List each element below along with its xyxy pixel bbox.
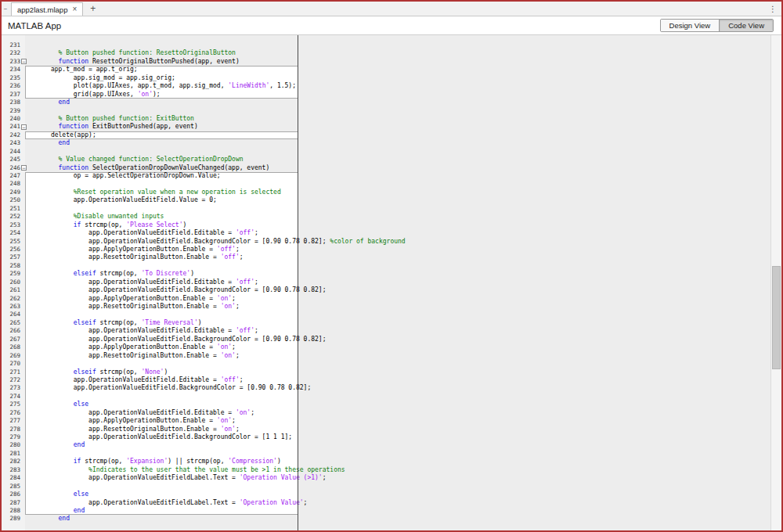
vertical-scrollbar[interactable] — [770, 35, 781, 530]
line-number[interactable]: 251 — [2, 205, 20, 213]
line-number[interactable]: 266 — [2, 327, 20, 335]
code-line[interactable]: 264 — [2, 311, 770, 318]
code-line[interactable]: 268 app.ApplyOperationButton.Enable = 'o… — [2, 343, 770, 351]
code-line[interactable]: 287 app.OperationValueEditFieldLabel.Tex… — [2, 499, 770, 507]
code-line[interactable]: 273 app.OperationValueEditField.Backgrou… — [2, 384, 770, 392]
line-number[interactable]: 249 — [2, 189, 20, 196]
line-number[interactable]: 283 — [2, 466, 20, 474]
line-number[interactable]: 264 — [2, 311, 20, 318]
line-number[interactable]: 269 — [2, 352, 20, 360]
code-line[interactable]: 262 app.ApplyOperationButton.Enable = 'o… — [2, 295, 770, 303]
code-line[interactable]: 271 elseif strcmp(op, 'None') — [2, 368, 770, 376]
line-number[interactable]: 233 — [2, 58, 20, 66]
design-view-button[interactable]: Design View — [661, 20, 720, 31]
line-number[interactable]: 268 — [2, 343, 20, 351]
line-number[interactable]: 247 — [2, 172, 20, 180]
line-number[interactable]: 258 — [2, 262, 20, 270]
line-number[interactable]: 289 — [2, 515, 20, 523]
line-number[interactable]: 232 — [2, 49, 20, 57]
code-line[interactable]: 233− function ResettoOriginalButtonPushe… — [2, 58, 770, 66]
line-number[interactable]: 243 — [2, 139, 20, 147]
code-line[interactable]: 283 %Indicates to the user that the valu… — [2, 466, 770, 474]
code-line[interactable]: 278 app.ResettoOriginalButton.Enable = '… — [2, 426, 770, 433]
code-line[interactable]: 237 grid(app.UIAxes, 'on'); — [2, 91, 770, 99]
line-number[interactable]: 236 — [2, 82, 20, 90]
code-line[interactable]: 254 app.OperationValueEditField.Editable… — [2, 229, 770, 237]
code-line[interactable]: 270 — [2, 360, 770, 368]
line-number[interactable]: 281 — [2, 450, 20, 458]
code-line[interactable]: 277 app.ApplyOperationButton.Enable = 'o… — [2, 417, 770, 425]
code-line[interactable]: 236 plot(app.UIAxes, app.t_mod, app.sig_… — [2, 82, 770, 90]
code-line[interactable]: 263 app.ResettoOriginalButton.Enable = '… — [2, 303, 770, 311]
code-line[interactable]: 261 app.OperationValueEditField.Backgrou… — [2, 286, 770, 294]
line-number[interactable]: 273 — [2, 384, 20, 392]
code-line[interactable]: 257 app.ResettoOriginalButton.Enable = '… — [2, 253, 770, 261]
code-line[interactable]: 252 %Disable unwanted inputs — [2, 213, 770, 221]
code-line[interactable]: 280 end — [2, 441, 770, 449]
code-line[interactable]: 258 — [2, 262, 770, 270]
line-number[interactable]: 285 — [2, 483, 20, 491]
code-line[interactable]: 265 elseif strcmp(op, 'Time Reversal') — [2, 319, 770, 327]
line-number[interactable]: 252 — [2, 213, 20, 221]
code-line[interactable]: 281 — [2, 450, 770, 458]
code-view-button[interactable]: Code View — [719, 20, 773, 31]
code-line[interactable]: 253 if strcmp(op, 'Please Select') — [2, 221, 770, 229]
line-number[interactable]: 271 — [2, 368, 20, 376]
code-line[interactable]: 242 delete(app); — [2, 131, 770, 139]
line-number[interactable]: 245 — [2, 156, 20, 164]
line-number[interactable]: 237 — [2, 91, 20, 99]
fold-collapse-icon[interactable]: − — [21, 124, 27, 130]
code-line[interactable]: 234 app.t_mod = app.t_orig; — [2, 66, 770, 74]
line-number[interactable]: 255 — [2, 238, 20, 246]
code-line[interactable]: 235 app.sig_mod = app.sig_orig; — [2, 74, 770, 82]
line-number[interactable]: 262 — [2, 295, 20, 303]
line-number[interactable]: 282 — [2, 458, 20, 466]
code-editor[interactable]: 231232 % Button pushed function: Resetto… — [2, 35, 781, 530]
code-line[interactable]: 266 app.OperationValueEditField.Editable… — [2, 327, 770, 335]
line-number[interactable]: 235 — [2, 74, 20, 82]
line-number[interactable]: 250 — [2, 196, 20, 204]
code-line[interactable]: 269 app.ResettoOriginalButton.Enable = '… — [2, 352, 770, 360]
code-line[interactable]: 251 — [2, 205, 770, 213]
code-line[interactable]: 275 else — [2, 401, 770, 408]
line-number[interactable]: 257 — [2, 253, 20, 261]
line-number[interactable]: 253 — [2, 221, 20, 229]
line-number[interactable]: 267 — [2, 336, 20, 343]
line-number[interactable]: 260 — [2, 279, 20, 286]
line-number[interactable]: 277 — [2, 417, 20, 425]
line-number[interactable]: 246 — [2, 164, 20, 172]
line-number[interactable]: 239 — [2, 107, 20, 115]
code-line[interactable]: 232 % Button pushed function: ResettoOri… — [2, 49, 770, 57]
code-line[interactable]: 272 app.OperationValueEditField.Editable… — [2, 376, 770, 384]
code-line[interactable]: 255 app.OperationValueEditField.Backgrou… — [2, 238, 770, 246]
line-number[interactable]: 256 — [2, 246, 20, 253]
code-line[interactable]: 288 end — [2, 507, 770, 515]
code-line[interactable]: 240 % Button pushed function: ExitButton — [2, 115, 770, 123]
line-number[interactable]: 272 — [2, 376, 20, 384]
code-line[interactable]: 238 end — [2, 99, 770, 106]
scrollbar-thumb[interactable] — [772, 266, 781, 369]
code-line[interactable]: 246− function SelectOperationDropDownVal… — [2, 164, 770, 172]
line-number[interactable]: 284 — [2, 474, 20, 482]
code-line[interactable]: 286 else — [2, 491, 770, 498]
fold-collapse-icon[interactable]: − — [21, 165, 27, 171]
line-number[interactable]: 274 — [2, 393, 20, 401]
line-number[interactable]: 279 — [2, 433, 20, 441]
line-number[interactable]: 254 — [2, 229, 20, 237]
code-line[interactable]: 274 — [2, 393, 770, 401]
line-number[interactable]: 261 — [2, 286, 20, 294]
line-number[interactable]: 242 — [2, 131, 20, 139]
code-line[interactable]: 245 % Value changed function: SelectOper… — [2, 156, 770, 164]
line-number[interactable]: 240 — [2, 115, 20, 123]
line-number[interactable]: 231 — [2, 41, 20, 49]
code-line[interactable]: 279 app.OperationValueEditField.Backgrou… — [2, 433, 770, 441]
code-line[interactable]: 231 — [2, 41, 770, 49]
code-line[interactable]: 259 elseif strcmp(op, 'To Discrete') — [2, 270, 770, 278]
code-line[interactable]: 248 — [2, 180, 770, 188]
code-line[interactable]: 239 — [2, 107, 770, 115]
code-line[interactable]: 285 — [2, 483, 770, 491]
line-number[interactable]: 259 — [2, 270, 20, 278]
overflow-menu-icon[interactable]: ⋮ — [767, 2, 779, 16]
line-number[interactable]: 280 — [2, 441, 20, 449]
line-number[interactable]: 241 — [2, 123, 20, 131]
